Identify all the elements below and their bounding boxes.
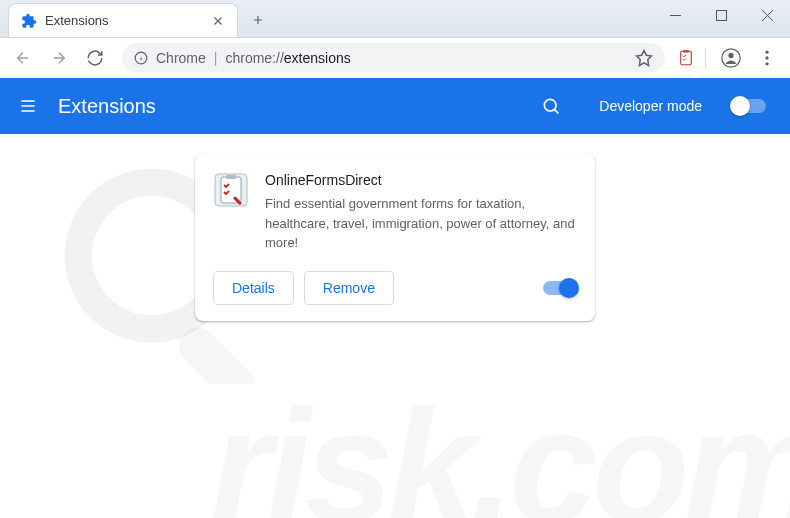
window-titlebar: Extensions — [0, 0, 790, 38]
svg-rect-3 — [681, 51, 692, 65]
extension-badge-icon[interactable] — [677, 49, 695, 67]
watermark-text: risk.com — [210, 374, 790, 518]
svg-point-7 — [765, 51, 768, 54]
extensions-appbar: Extensions Developer mode — [0, 78, 790, 134]
extension-name: OnlineFormsDirect — [265, 172, 577, 188]
bookmark-star-icon[interactable] — [635, 49, 653, 67]
toolbar-divider — [705, 48, 706, 68]
developer-mode-toggle[interactable] — [732, 99, 766, 113]
svg-rect-0 — [670, 15, 681, 16]
tab-title: Extensions — [45, 13, 203, 28]
nav-forward-button[interactable] — [44, 43, 74, 73]
address-origin: Chrome — [156, 50, 206, 66]
svg-rect-4 — [683, 50, 689, 52]
address-separator: | — [214, 50, 218, 66]
window-close-button[interactable] — [744, 0, 790, 30]
svg-point-9 — [765, 62, 768, 65]
window-maximize-button[interactable] — [698, 0, 744, 30]
window-minimize-button[interactable] — [652, 0, 698, 30]
browser-toolbar: Chrome | chrome://extensions — [0, 38, 790, 78]
extension-icon — [213, 172, 249, 208]
content-area: risk.com OnlineFormsDirect Find essentia… — [0, 134, 790, 518]
search-button[interactable] — [539, 94, 563, 118]
extension-description: Find essential government forms for taxa… — [265, 194, 577, 253]
toggle-knob — [730, 96, 750, 116]
developer-mode-label: Developer mode — [599, 98, 702, 114]
svg-point-8 — [765, 56, 768, 59]
info-icon — [134, 51, 148, 65]
profile-avatar-icon[interactable] — [716, 43, 746, 73]
nav-back-button[interactable] — [8, 43, 38, 73]
hamburger-menu-button[interactable] — [16, 94, 40, 118]
extensions-favicon-icon — [21, 13, 37, 29]
toggle-knob — [559, 278, 579, 298]
svg-point-10 — [545, 99, 557, 111]
nav-reload-button[interactable] — [80, 43, 110, 73]
remove-button[interactable]: Remove — [304, 271, 394, 305]
address-url: chrome://extensions — [225, 50, 350, 66]
page-title: Extensions — [58, 95, 521, 118]
svg-point-6 — [728, 53, 733, 58]
extension-enable-toggle[interactable] — [543, 281, 577, 295]
tab-close-icon[interactable] — [211, 14, 225, 28]
svg-rect-12 — [172, 320, 263, 384]
address-bar[interactable]: Chrome | chrome://extensions — [122, 43, 665, 73]
chrome-menu-button[interactable] — [752, 43, 782, 73]
browser-tab[interactable]: Extensions — [8, 3, 238, 37]
svg-rect-15 — [226, 175, 236, 179]
details-button[interactable]: Details — [213, 271, 294, 305]
window-controls — [652, 0, 790, 30]
svg-rect-1 — [716, 10, 726, 20]
extension-card: OnlineFormsDirect Find essential governm… — [195, 154, 595, 321]
new-tab-button[interactable] — [244, 6, 272, 34]
